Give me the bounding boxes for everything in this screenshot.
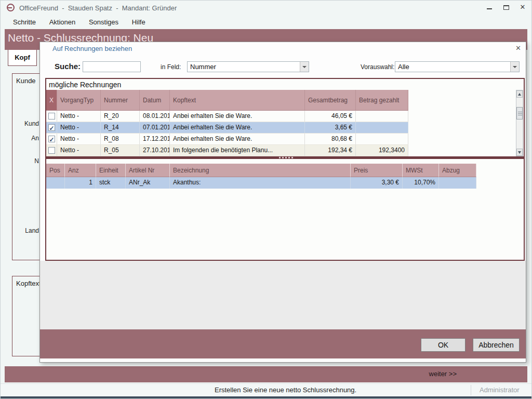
column-header[interactable]: Kopftext	[170, 90, 305, 111]
splitter-grip-icon	[279, 157, 295, 158]
row-checkbox[interactable]	[48, 124, 55, 131]
invoice-row[interactable]: Netto -R_0817.12.2015Anbei erhalten Sie …	[46, 134, 408, 145]
cell-preis: 3,30 €	[351, 177, 403, 189]
position-row[interactable]: 1stckANr_AkAkanthus:3,30 €10,70%	[46, 177, 476, 189]
cell-gesamtbetrag: 3,65 €	[305, 122, 356, 133]
preselect-value: Alle	[398, 63, 409, 71]
arrow-up-icon	[518, 93, 521, 96]
invoices-table-header: XVorgangTypNummerDatumKopftextGesamtbetr…	[46, 90, 408, 111]
kunde-field-label: Kund	[12, 120, 39, 127]
positions-table: 1stckANr_AkAkanthus:3,30 €10,70%	[46, 177, 476, 189]
cell-datum: 27.10.2011	[140, 145, 170, 156]
maximize-icon	[503, 5, 509, 10]
invoice-row[interactable]: Netto -R_2008.01.2017Anbei erhalten Sie …	[46, 111, 408, 122]
column-header[interactable]: Bezeichnung	[170, 164, 351, 177]
cell-betrag_gezahlt	[356, 134, 408, 144]
cell-betrag_gezahlt	[356, 122, 408, 133]
scroll-up-button[interactable]	[516, 90, 523, 98]
checkbox-cell	[46, 145, 57, 156]
splitter-handle[interactable]	[46, 156, 524, 159]
row-checkbox[interactable]	[48, 136, 55, 142]
window-bottom-border	[1, 396, 531, 399]
scrollbar-thumb[interactable]	[516, 107, 523, 119]
column-header[interactable]: Gesamtbetrag	[305, 90, 356, 111]
cell-gesamtbetrag: 192,34 €	[305, 145, 356, 156]
cell-nummer: R_20	[101, 111, 140, 122]
dialog-footer: OK Abbrechen	[40, 329, 526, 358]
cell-abzug	[439, 177, 476, 189]
column-header[interactable]: Datum	[140, 90, 170, 111]
checkbox-cell	[46, 111, 57, 122]
cell-gesamtbetrag: 46,05 €	[305, 111, 356, 122]
maximize-button[interactable]	[502, 4, 510, 11]
menu-item-hilfe[interactable]: Hilfe	[126, 17, 151, 28]
menu-item-sonstiges[interactable]: Sonstiges	[83, 17, 124, 28]
kunde-field-label: Land	[12, 227, 39, 234]
dialog-lower-area	[40, 261, 526, 329]
weiter-button[interactable]: weiter >>	[429, 370, 457, 378]
titlebar: OfficeFreund - Stauden Spatz - Mandant: …	[5, 3, 527, 15]
vertical-scrollbar[interactable]	[516, 90, 523, 156]
cell-kopftext: Anbei erhalten Sie die Ware.	[170, 122, 305, 133]
column-header[interactable]: Betrag gezahlt	[356, 90, 408, 111]
cell-vorgang_typ: Netto -	[57, 145, 101, 156]
row-checkbox[interactable]	[48, 113, 55, 119]
column-header[interactable]: X	[46, 90, 57, 111]
dropdown-button[interactable]	[300, 62, 309, 72]
invoice-row[interactable]: Netto -R_0527.10.2011Im folgenden die be…	[46, 145, 408, 156]
cell-datum: 08.01.2017	[140, 111, 170, 122]
invoice-row[interactable]: Netto -R_1407.01.2017Anbei erhalten Sie …	[46, 122, 408, 134]
kopftext-group-title: Kopftext	[16, 280, 41, 287]
minimize-button[interactable]	[486, 4, 493, 11]
invoices-group-label: mögliche Rechnungen	[49, 81, 121, 89]
cell-vorgang_typ: Netto -	[57, 134, 101, 144]
tab-kopf[interactable]: Kopf	[8, 50, 37, 66]
column-header[interactable]: Pos	[46, 164, 65, 177]
checkbox-cell	[46, 122, 57, 133]
menu-item-aktionen[interactable]: Aktionen	[44, 17, 82, 28]
kunde-field-label: An	[12, 135, 39, 142]
close-button[interactable]: ✕	[519, 4, 526, 11]
cell-pos	[46, 177, 65, 189]
cell-kopftext: Anbei erhalten Sie die Ware.	[170, 134, 305, 144]
cell-datum: 17.12.2015	[140, 134, 170, 144]
cell-nummer: R_08	[101, 134, 140, 144]
cell-vorgang_typ: Netto -	[57, 122, 101, 133]
main-window: OfficeFreund - Stauden Spatz - Mandant: …	[0, 0, 532, 399]
minimize-icon	[487, 8, 492, 9]
window-title: OfficeFreund - Stauden Spatz - Mandant: …	[19, 4, 177, 12]
column-header[interactable]: Anz	[65, 164, 96, 177]
column-header[interactable]: Artikel Nr	[126, 164, 170, 177]
cell-kopftext: Im folgenden die benötigten Planu...	[170, 145, 305, 156]
search-label: Suche:	[55, 62, 81, 71]
column-header[interactable]: Nummer	[101, 90, 140, 111]
cell-gesamtbetrag: 80,68 €	[305, 134, 356, 144]
menu-item-schritte[interactable]: Schritte	[7, 17, 42, 28]
in-field-select[interactable]: Nummer	[187, 61, 309, 72]
cell-bezeichnung: Akanthus:	[170, 177, 351, 189]
scroll-down-button[interactable]	[516, 149, 523, 156]
column-header[interactable]: Abzug	[439, 164, 476, 177]
row-checkbox[interactable]	[48, 147, 55, 154]
cell-mwst: 10,70%	[403, 177, 439, 189]
cell-kopftext: Anbei erhalten Sie die Ware.	[170, 111, 305, 122]
column-header[interactable]: VorgangTyp	[57, 90, 101, 111]
kunde-field-label: N	[12, 157, 39, 165]
window-controls: ✕	[486, 4, 526, 11]
cell-datum: 07.01.2017	[140, 122, 170, 133]
chevron-down-icon	[302, 66, 307, 68]
column-header[interactable]: MWSt	[403, 164, 439, 177]
search-input[interactable]	[83, 61, 141, 72]
cancel-button[interactable]: Abbrechen	[473, 338, 520, 352]
preselect-select[interactable]: Alle	[395, 61, 520, 72]
ok-button[interactable]: OK	[421, 338, 466, 352]
invoices-table: Netto -R_2008.01.2017Anbei erhalten Sie …	[46, 111, 408, 156]
column-header[interactable]: Einheit	[96, 164, 126, 177]
wizard-footer-bar: weiter >>	[5, 366, 527, 382]
dialog-close-button[interactable]: ✕	[515, 44, 521, 52]
dropdown-button[interactable]	[510, 62, 519, 72]
cell-betrag_gezahlt	[356, 111, 408, 122]
cell-anz: 1	[65, 177, 96, 189]
statusbar: Erstellen Sie eine neue netto Schlussrec…	[1, 383, 531, 396]
column-header[interactable]: Preis	[351, 164, 403, 177]
